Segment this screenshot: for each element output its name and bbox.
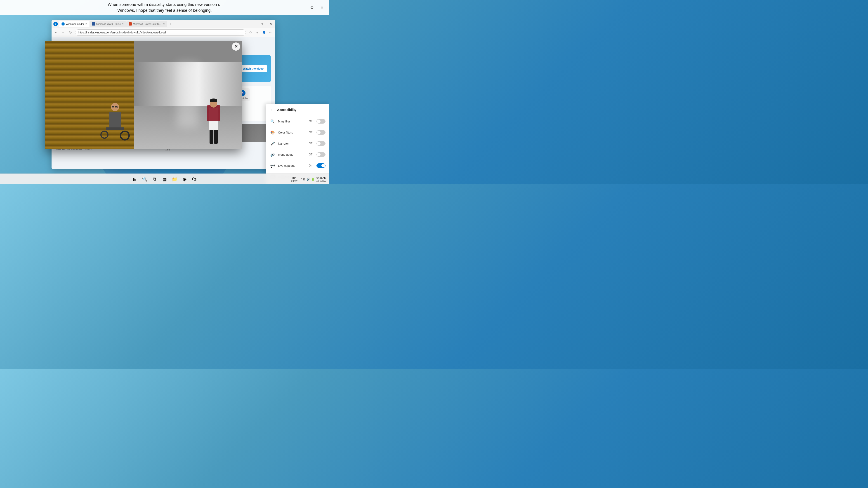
leg-right <box>214 130 218 144</box>
glasses <box>112 106 119 108</box>
forward-button[interactable]: → <box>61 30 66 35</box>
tab-close-ppt[interactable]: ✕ <box>163 23 165 25</box>
person-hair <box>210 98 217 102</box>
weather-temperature: 78°F <box>291 176 297 180</box>
narrator-item: 🎤 Narrator Off <box>266 138 329 149</box>
minimize-button[interactable]: ─ <box>248 20 257 28</box>
volume-icon[interactable]: 🔊 <box>307 177 310 181</box>
narrator-toggle[interactable] <box>316 141 326 146</box>
glass-right <box>115 106 118 108</box>
color-filters-toggle[interactable] <box>316 130 326 135</box>
tab-favicon-word <box>92 22 95 26</box>
store-icon[interactable]: 🛍 <box>190 175 199 184</box>
accessibility-panel: ← Accessibility 🔍 Magnifier Off 🎨 Color … <box>266 104 329 184</box>
narrator-status: Off <box>309 142 312 145</box>
live-captions-label: Live captions <box>278 164 307 167</box>
tab-label-insider: Windows Insider <box>66 23 84 25</box>
taskbar-clock[interactable]: 9:28 AM 10/6/2021 <box>316 176 327 182</box>
notification-tray-expand[interactable]: ^ <box>301 178 302 180</box>
narrator-toggle-thumb <box>317 142 320 145</box>
live-captions-toggle-thumb <box>321 164 325 167</box>
mono-audio-toggle[interactable] <box>316 152 326 157</box>
tab-close-word[interactable]: ✕ <box>122 23 124 25</box>
tab-favicon-edge <box>61 22 65 26</box>
mono-audio-item: 🔊 Mono audio Off <box>266 149 329 160</box>
narrator-icon: 🎤 <box>270 140 276 147</box>
tab-windows-insider[interactable]: Windows Insider ✕ <box>59 21 89 27</box>
new-tab-button[interactable]: + <box>167 21 173 27</box>
mono-audio-label: Mono audio <box>278 153 307 156</box>
magnifier-toggle-thumb <box>317 120 320 123</box>
leg-left <box>210 130 213 144</box>
taskbar-center-icons: ⊞ 🔍 ⧉ ▦ 📁 ◉ 🛍 <box>130 175 199 184</box>
edge-taskbar-icon[interactable]: ◉ <box>180 175 189 184</box>
settings-icon-button[interactable]: ⚙ <box>308 4 315 11</box>
file-explorer-icon[interactable]: 📁 <box>170 175 179 184</box>
url-text: https://insider.windows.com/en-us/inside… <box>78 31 166 34</box>
favorites-icon[interactable]: ☆ <box>248 30 253 35</box>
hero-cta-button[interactable]: Watch the video <box>239 65 267 72</box>
video-modal: ✕ <box>45 41 242 149</box>
start-button[interactable]: ⊞ <box>130 175 139 184</box>
wheelchair-person-body <box>110 111 121 127</box>
battery-icon[interactable]: 🔋 <box>311 177 315 181</box>
maximize-button[interactable]: □ <box>257 20 266 28</box>
collections-icon[interactable]: + <box>254 30 260 35</box>
person-scarf <box>207 105 220 121</box>
browser-favicon: e <box>53 22 58 26</box>
magnifier-status: Off <box>309 120 312 123</box>
magnifier-icon: 🔍 <box>270 118 276 125</box>
person-wheelchair <box>100 103 130 140</box>
color-filters-label: Color filters <box>278 131 307 134</box>
tab-close-insider[interactable]: ✕ <box>85 23 87 25</box>
tab-label-ppt: Microsoft PowerPoint Online <box>133 23 162 25</box>
person-outfit <box>209 107 218 130</box>
widgets-icon[interactable]: ▦ <box>160 175 169 184</box>
tab-label-word: Microsoft Word Online <box>96 23 121 25</box>
weather-widget[interactable]: 78°F Sunny <box>291 176 297 182</box>
taskbar: ⊞ 🔍 ⧉ ▦ 📁 ◉ 🛍 78°F Sunny ^ ⊡ 🔊 🔋 9:28 AM… <box>0 173 329 184</box>
live-captions-toggle[interactable] <box>316 163 326 168</box>
accessibility-back-button[interactable]: ← <box>270 107 275 112</box>
browser-addressbar: ← → ↻ https://insider.windows.com/en-us/… <box>52 28 275 37</box>
accessibility-title: Accessibility <box>277 108 297 111</box>
task-view-icon[interactable]: ⧉ <box>150 175 159 184</box>
close-button[interactable]: ✕ <box>266 20 275 28</box>
tab-ppt-online[interactable]: Microsoft PowerPoint Online ✕ <box>126 21 167 27</box>
address-bar-input[interactable]: https://insider.windows.com/en-us/inside… <box>75 29 246 36</box>
back-button[interactable]: ← <box>53 30 59 35</box>
narrator-label: Narrator <box>278 142 307 145</box>
color-filters-item: 🎨 Color filters Off <box>266 127 329 138</box>
wheel-small <box>100 131 108 139</box>
system-tray-icons: ^ ⊡ 🔊 🔋 <box>301 177 315 181</box>
tab-favicon-ppt <box>129 22 132 26</box>
more-options-icon[interactable]: ⋯ <box>268 30 274 35</box>
live-captions-item: 💬 Live captions On <box>266 160 329 171</box>
notification-text: When someone with a disability starts us… <box>107 2 221 13</box>
wheel-large <box>120 131 130 140</box>
browser-action-icons: ☆ + 👤 ⋯ <box>248 30 274 35</box>
notification-actions: ⚙ ✕ <box>308 4 326 11</box>
magnifier-toggle[interactable] <box>316 119 326 124</box>
magnifier-item: 🔍 Magnifier Off <box>266 116 329 127</box>
person-legs <box>210 130 218 144</box>
glass-left <box>112 106 114 108</box>
standing-person <box>209 98 218 144</box>
mono-audio-status: Off <box>309 153 312 156</box>
profile-icon[interactable]: 👤 <box>261 30 267 35</box>
video-close-button[interactable]: ✕ <box>232 42 240 51</box>
weather-condition: Sunny <box>291 180 297 182</box>
notification-close-button[interactable]: ✕ <box>318 4 326 11</box>
notification-bar: When someone with a disability starts us… <box>0 0 329 15</box>
hallway-light <box>177 62 199 127</box>
hallway-ceiling <box>134 41 242 62</box>
video-scene <box>45 41 242 149</box>
tab-word-online[interactable]: Microsoft Word Online ✕ <box>90 21 126 27</box>
wheelchair-seat <box>106 127 124 130</box>
search-taskbar-icon[interactable]: 🔍 <box>140 175 149 184</box>
window-controls: ─ □ ✕ <box>248 20 275 28</box>
color-filters-icon: 🎨 <box>270 129 276 135</box>
refresh-button[interactable]: ↻ <box>68 30 73 35</box>
network-icon[interactable]: ⊡ <box>303 177 306 181</box>
mono-audio-icon: 🔊 <box>270 151 276 158</box>
